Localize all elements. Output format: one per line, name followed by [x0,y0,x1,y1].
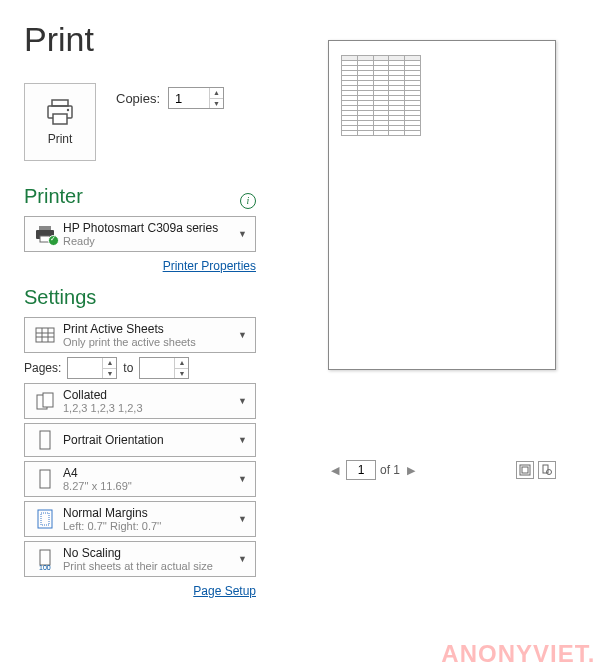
printer-ready-badge [48,235,59,246]
svg-rect-0 [52,100,68,106]
collated-icon [31,389,59,413]
pages-to-input[interactable] [140,358,174,378]
info-icon[interactable]: i [240,193,256,209]
pages-to-label: to [123,361,133,375]
print-scope-dropdown[interactable]: Print Active Sheets Only print the activ… [24,317,256,353]
paper-size-dropdown[interactable]: A4 8.27'' x 11.69'' ▼ [24,461,256,497]
svg-rect-2 [53,114,67,124]
printer-icon [44,98,76,126]
chevron-down-icon: ▼ [236,514,249,524]
zoom-to-page-button[interactable] [538,461,556,479]
chevron-down-icon: ▼ [236,474,249,484]
pages-from-spinner[interactable]: ▲▼ [67,357,117,379]
svg-rect-14 [40,431,50,449]
print-button[interactable]: Print [24,83,96,161]
margins-dropdown[interactable]: Normal Margins Left: 0.7'' Right: 0.7'' … [24,501,256,537]
printer-name: HP Photosmart C309a series [63,221,236,235]
page-setup-link[interactable]: Page Setup [193,584,256,598]
portrait-icon [31,428,59,452]
chevron-down-icon: ▼ [236,330,249,340]
orientation-dropdown[interactable]: Portrait Orientation ▼ [24,423,256,457]
svg-rect-13 [43,393,53,407]
preview-nav: ◀ of 1 ▶ [328,460,556,480]
page-title: Print [24,20,256,59]
svg-text:100: 100 [39,564,51,571]
scaling-dropdown[interactable]: 100 No Scaling Print sheets at their act… [24,541,256,577]
copies-input[interactable] [169,88,209,108]
show-margins-button[interactable] [516,461,534,479]
printer-status-text: Ready [63,235,236,247]
svg-rect-17 [41,513,49,525]
copies-label: Copies: [116,91,160,106]
pages-to-spinner[interactable]: ▲▼ [139,357,189,379]
print-button-label: Print [48,132,73,146]
page-number-input[interactable] [346,460,376,480]
printer-dropdown[interactable]: HP Photosmart C309a series Ready ▼ [24,216,256,252]
chevron-down-icon: ▼ [236,396,249,406]
printer-section-title: Printer [24,185,83,208]
paper-icon [31,467,59,491]
svg-rect-22 [543,465,548,473]
copies-up[interactable]: ▲ [210,88,223,99]
chevron-down-icon: ▼ [236,554,249,564]
printer-device-icon [33,224,57,244]
pages-from-input[interactable] [68,358,102,378]
settings-section-title: Settings [24,286,256,309]
svg-rect-18 [40,550,50,565]
print-preview [328,40,556,370]
svg-point-23 [547,470,552,475]
svg-rect-21 [522,467,528,473]
preview-mini-table [341,55,421,136]
chevron-down-icon: ▼ [236,229,249,239]
pages-label: Pages: [24,361,61,375]
next-page-button[interactable]: ▶ [404,463,418,477]
sheets-icon [31,323,59,347]
svg-rect-15 [40,470,50,488]
copies-spinner[interactable]: ▲ ▼ [168,87,224,109]
watermark: ANONYVIET. M [441,640,604,668]
page-of-label: of 1 [380,463,400,477]
svg-rect-7 [36,328,54,342]
prev-page-button[interactable]: ◀ [328,463,342,477]
copies-down[interactable]: ▼ [210,99,223,109]
scaling-icon: 100 [31,547,59,571]
printer-properties-link[interactable]: Printer Properties [163,259,256,273]
chevron-down-icon: ▼ [236,435,249,445]
svg-point-3 [67,109,69,111]
svg-rect-5 [39,226,51,230]
margins-icon [31,507,59,531]
collation-dropdown[interactable]: Collated 1,2,3 1,2,3 1,2,3 ▼ [24,383,256,419]
